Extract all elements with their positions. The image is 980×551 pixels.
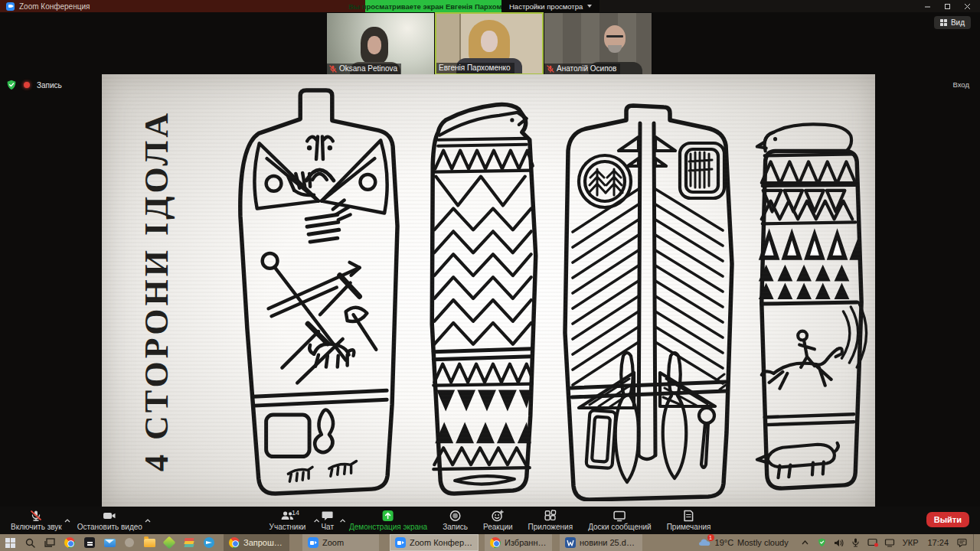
stop-video-label: Остановить видео [77,523,142,531]
participant-video-2-active-speaker[interactable]: Евгенія Пархоменко [435,12,544,75]
weather-widget[interactable]: 1 19°C Mostly cloudy [698,537,789,548]
tray-expand-chevron-icon[interactable] [798,534,813,551]
participants-button[interactable]: 14 Участники [262,507,314,534]
reactions-label: Реакции [483,523,513,531]
pinned-app-icon[interactable] [119,534,139,551]
participant-2-name: Евгенія Пархоменко [439,64,511,72]
record-label: Запись [443,523,468,531]
taskbar-window-zoom[interactable]: Zoom [302,534,379,551]
apps-label: Приложения [528,523,573,531]
whiteboards-label: Доски сообщений [588,523,652,531]
record-circle-icon [449,510,462,522]
zoom-toolbar: Включить звук Остановить видео 14 Участн… [0,507,980,534]
view-layout-button[interactable]: Вид [934,16,971,29]
participant-3-name: Анатолій Осипов [557,64,616,73]
antivirus-shield-icon[interactable] [815,534,830,551]
stop-video-button[interactable]: Остановить видео [70,507,150,534]
microphone-tray-icon[interactable] [848,534,864,551]
participant-video-3[interactable]: Анатолій Осипов [544,12,652,75]
chrome-icon [229,537,240,548]
viewing-screen-banner: Вы просматриваете экран Евгенія Пархомен… [365,0,501,12]
idol-figure-2-zigzag-side [423,96,545,500]
weather-cloud-icon: 1 [698,537,711,548]
meeting-stage: Oksana Petinova Евгенія Пархоменко [0,12,980,507]
notes-label: Примечания [667,523,711,531]
security-shield-icon[interactable] [6,80,17,90]
clock[interactable]: 17:24 [923,538,952,547]
share-screen-label: Демонстрация экрана [349,523,427,531]
view-settings-label: Настройки просмотра [509,2,583,11]
window-title: Zoom Конференция [19,2,90,11]
participants-label: Участники [270,523,306,531]
participant-3-figure [604,25,626,50]
chevron-down-icon [587,5,592,8]
smiley-reactions-icon [492,510,505,522]
show-desktop-strip[interactable] [973,534,977,551]
titlebar-left: Zoom Конференция [0,0,365,12]
screen-share-tray-icon[interactable] [865,534,880,551]
zoom-icon [308,537,318,548]
idol-figure-3-tree-side [550,103,737,501]
weather-condition: Mostly cloudy [737,538,789,547]
record-button[interactable]: Запись [435,507,475,534]
idol-figure-1-face-side [230,86,406,499]
wps-icon[interactable] [159,534,179,551]
reactions-button[interactable]: Реакции [475,507,521,534]
shared-slide: 4 СТОРОНИ ІДОЛА [102,74,875,507]
dark-app-icon[interactable] [80,534,100,551]
mic-muted-icon [329,65,337,73]
taskbar-window-label: Запрошуємо долуч... [243,538,284,547]
unmute-button[interactable]: Включить звук [3,507,70,534]
participant-1-figure [361,27,388,64]
chat-button[interactable]: Чат [313,507,341,534]
chat-bubble-icon [322,510,334,522]
taskbar-window-label: Избранное – (7787) [505,538,547,547]
view-settings-dropdown[interactable]: Настройки просмотра [501,0,599,12]
task-view-icon[interactable] [40,534,60,551]
camera-icon [103,510,116,522]
apps-button[interactable]: Приложения [521,507,581,534]
stack-app-icon[interactable] [179,534,199,551]
zoom-icon [395,537,406,548]
taskbar-window-word-doc[interactable]: новини 25.docx - W... [560,534,642,551]
mail-icon[interactable] [100,534,119,551]
view-button-label: Вид [951,18,965,27]
zoom-meeting-window: Zoom Конференция Вы просматриваете экран… [0,0,980,551]
windows-taskbar: Запрошуємо долуч... Zoom Zoom Конференци… [0,534,980,551]
search-icon[interactable] [20,534,40,551]
participant-video-1[interactable]: Oksana Petinova [326,12,435,75]
taskbar-window-label: Zoom [322,538,344,547]
recording-indicator: Запись [6,80,62,90]
notes-button[interactable]: Примечания [659,507,719,534]
slide-title: 4 СТОРОНИ ІДОЛА [126,77,188,505]
mic-muted-icon [30,510,42,522]
taskbar-window-label: новини 25.docx - W... [580,538,637,547]
file-explorer-icon[interactable] [139,534,159,551]
participants-count: 14 [292,509,299,517]
volume-icon[interactable] [831,534,847,551]
minimize-button[interactable] [917,0,937,12]
chrome-icon[interactable] [60,534,80,551]
close-button[interactable] [957,0,977,12]
chat-label: Чат [321,523,334,531]
notification-center-icon[interactable] [954,534,969,551]
share-screen-button[interactable]: Демонстрация экрана [341,507,435,534]
start-button[interactable] [0,534,20,551]
leave-meeting-button[interactable]: Выйти [926,512,969,527]
keyboard-language[interactable]: УКР [899,538,923,547]
weather-alert-badge: 1 [707,534,714,541]
maximize-button[interactable] [937,0,957,12]
chevron-up-icon[interactable] [145,512,151,526]
mic-muted-icon [547,65,554,73]
taskbar-window-label: Zoom Конференция [410,538,473,547]
telegram-icon[interactable] [199,534,219,551]
unmute-label: Включить звук [11,523,62,531]
whiteboards-button[interactable]: Доски сообщений [580,507,659,534]
window-controls [917,0,977,12]
taskbar-window-favorites[interactable]: Избранное – (7787) [485,534,552,551]
participant-1-name: Oksana Petinova [339,64,397,73]
network-icon[interactable] [882,534,897,551]
taskbar-window-zoom-meeting[interactable]: Zoom Конференция [390,534,479,551]
taskbar-window-browser-invite[interactable]: Запрошуємо долуч... [224,534,289,551]
share-screen-icon [382,510,394,522]
